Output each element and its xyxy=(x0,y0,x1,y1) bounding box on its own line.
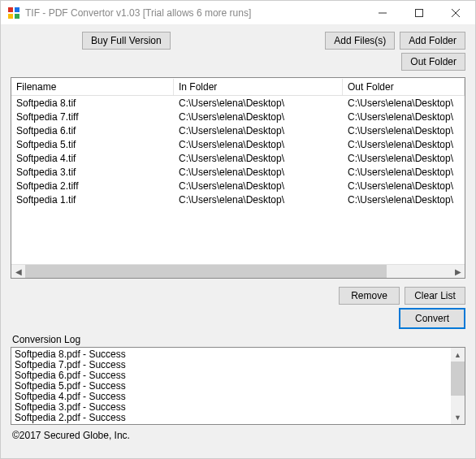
cell-in-folder: C:\Users\elena\Desktop\ xyxy=(174,167,343,178)
col-in-folder[interactable]: In Folder xyxy=(174,79,343,95)
cell-out-folder: C:\Users\elena\Desktop\ xyxy=(343,167,465,178)
scroll-track[interactable] xyxy=(25,265,451,278)
cell-in-folder: C:\Users\elena\Desktop\ xyxy=(174,180,343,192)
cell-filename: Softpedia 7.tiff xyxy=(11,111,174,123)
cell-filename: Softpedia 5.tif xyxy=(11,139,174,150)
cell-in-folder: C:\Users\elena\Desktop\ xyxy=(174,153,343,164)
clear-list-button[interactable]: Clear List xyxy=(405,287,465,305)
table-row[interactable]: Softpedia 8.tifC:\Users\elena\Desktop\C:… xyxy=(11,96,465,110)
add-files-button[interactable]: Add Files(s) xyxy=(325,32,395,50)
convert-button[interactable]: Convert xyxy=(399,308,465,329)
svg-rect-3 xyxy=(15,14,19,19)
app-icon xyxy=(7,6,20,19)
table-header: Filename In Folder Out Folder xyxy=(11,78,465,96)
add-folder-button[interactable]: Add Folder xyxy=(400,32,465,50)
titlebar: TIF - PDF Convertor v1.03 [Trial allows … xyxy=(1,1,475,25)
svg-rect-1 xyxy=(15,7,19,12)
copyright: ©2017 Secured Globe, Inc. xyxy=(11,425,465,443)
out-folder-button[interactable]: Out Folder xyxy=(401,53,465,71)
window-title: TIF - PDF Convertor v1.03 [Trial allows … xyxy=(25,7,364,19)
cell-out-folder: C:\Users\elena\Desktop\ xyxy=(343,180,465,192)
cell-filename: Softpedia 6.tif xyxy=(11,125,174,136)
cell-filename: Softpedia 2.tiff xyxy=(11,180,174,192)
table-row[interactable]: Softpedia 1.tifC:\Users\elena\Desktop\C:… xyxy=(11,193,465,206)
close-button[interactable] xyxy=(437,2,474,24)
conversion-log-label: Conversion Log xyxy=(11,334,465,345)
minimize-button[interactable] xyxy=(364,2,400,24)
table-row[interactable]: Softpedia 2.tiffC:\Users\elena\Desktop\C… xyxy=(11,179,465,193)
cell-out-folder: C:\Users\elena\Desktop\ xyxy=(343,194,465,206)
svg-rect-5 xyxy=(415,9,422,16)
log-line: Softpedia 2.pdf - Success xyxy=(15,413,448,423)
col-filename[interactable]: Filename xyxy=(11,79,174,95)
table-row[interactable]: Softpedia 7.tiffC:\Users\elena\Desktop\C… xyxy=(11,110,465,123)
buy-full-version-button[interactable]: Buy Full Version xyxy=(82,32,171,50)
table-body[interactable]: Softpedia 8.tifC:\Users\elena\Desktop\C:… xyxy=(11,96,465,264)
remove-button[interactable]: Remove xyxy=(339,287,400,305)
cell-in-folder: C:\Users\elena\Desktop\ xyxy=(174,97,343,109)
cell-filename: Softpedia 3.tif xyxy=(11,167,174,178)
cell-filename: Softpedia 8.tif xyxy=(11,97,174,109)
cell-in-folder: C:\Users\elena\Desktop\ xyxy=(174,194,343,206)
cell-out-folder: C:\Users\elena\Desktop\ xyxy=(343,97,465,109)
table-row[interactable]: Softpedia 4.tifC:\Users\elena\Desktop\C:… xyxy=(11,151,465,165)
vertical-scrollbar[interactable]: ▲ ▼ xyxy=(451,348,465,424)
scroll-thumb[interactable] xyxy=(25,265,387,278)
cell-in-folder: C:\Users\elena\Desktop\ xyxy=(174,139,343,150)
cell-out-folder: C:\Users\elena\Desktop\ xyxy=(343,153,465,164)
scroll-up-icon[interactable]: ▲ xyxy=(451,348,465,362)
table-row[interactable]: Softpedia 6.tifC:\Users\elena\Desktop\C:… xyxy=(11,123,465,137)
cell-in-folder: C:\Users\elena\Desktop\ xyxy=(174,111,343,123)
file-table: Filename In Folder Out Folder Softpedia … xyxy=(11,77,465,279)
maximize-button[interactable] xyxy=(400,2,437,24)
scroll-right-icon[interactable]: ▶ xyxy=(451,265,465,279)
scroll-left-icon[interactable]: ◀ xyxy=(11,265,25,279)
svg-rect-2 xyxy=(8,14,13,19)
cell-out-folder: C:\Users\elena\Desktop\ xyxy=(343,125,465,136)
col-out-folder[interactable]: Out Folder xyxy=(343,79,465,95)
cell-out-folder: C:\Users\elena\Desktop\ xyxy=(343,139,465,150)
cell-filename: Softpedia 4.tif xyxy=(11,153,174,164)
conversion-log: Softpedia 8.pdf - SuccessSoftpedia 7.pdf… xyxy=(11,347,465,425)
log-content[interactable]: Softpedia 8.pdf - SuccessSoftpedia 7.pdf… xyxy=(11,348,451,424)
cell-filename: Softpedia 1.tif xyxy=(11,194,174,206)
vscroll-track[interactable] xyxy=(451,362,465,410)
scroll-down-icon[interactable]: ▼ xyxy=(451,410,465,424)
table-row[interactable]: Softpedia 5.tifC:\Users\elena\Desktop\C:… xyxy=(11,137,465,151)
vscroll-thumb[interactable] xyxy=(451,362,465,396)
cell-in-folder: C:\Users\elena\Desktop\ xyxy=(174,125,343,136)
cell-out-folder: C:\Users\elena\Desktop\ xyxy=(343,111,465,123)
horizontal-scrollbar[interactable]: ◀ ▶ xyxy=(11,264,465,278)
svg-rect-0 xyxy=(8,7,13,12)
table-row[interactable]: Softpedia 3.tifC:\Users\elena\Desktop\C:… xyxy=(11,165,465,179)
